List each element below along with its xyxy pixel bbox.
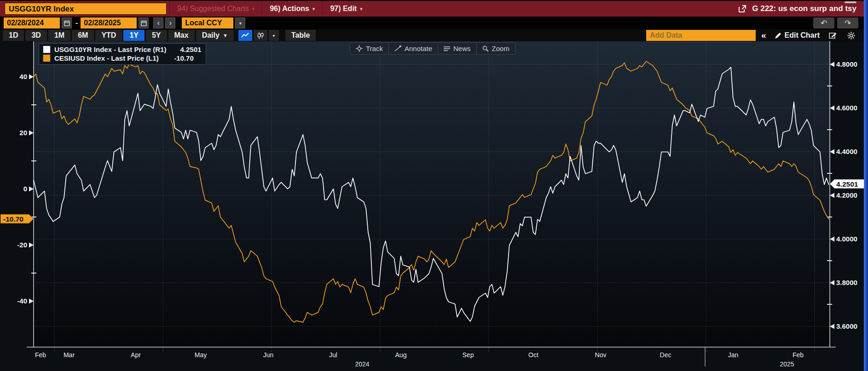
- legend-item-0[interactable]: USGG10YR Index - Last Price (R1)4.2501: [43, 46, 201, 53]
- svg-text:0: 0: [23, 185, 27, 193]
- edit-chart-label: Edit Chart: [785, 31, 820, 40]
- menu-actions[interactable]: 96) Actions ▾: [262, 1, 322, 17]
- collapse-panel-button[interactable]: «: [756, 29, 770, 41]
- chart-toolbar: 1D3D1M6MYTD1Y5YMax Daily ▼ ▾ Table « Edi…: [0, 29, 864, 41]
- tool-zoom-button[interactable]: Zoom: [476, 43, 515, 54]
- svg-text:4.8000: 4.8000: [836, 60, 857, 68]
- menu-edit[interactable]: 97) Edit ▾: [322, 1, 370, 17]
- menu-edit-label: 97) Edit: [330, 5, 357, 13]
- svg-text:2024: 2024: [355, 360, 369, 368]
- chevron-right-icon: ›: [169, 18, 172, 28]
- currency-select[interactable]: Local CCY: [182, 17, 233, 29]
- svg-text:Feb: Feb: [793, 351, 804, 359]
- range-button-6m[interactable]: 6M: [72, 30, 94, 41]
- right-last-value-badge: 4.2501: [830, 179, 868, 188]
- legend-label: CESIUSD Index - Last Price (L1): [54, 54, 159, 62]
- pencil-icon: [775, 32, 781, 39]
- tool-label: Annotate: [405, 45, 432, 52]
- chart-canvas[interactable]: 40200-20-404.80004.60004.40004.20004.000…: [0, 41, 868, 371]
- add-data-input[interactable]: [646, 30, 756, 41]
- next-period-button[interactable]: ›: [165, 17, 175, 29]
- svg-text:4.2501: 4.2501: [836, 180, 858, 188]
- chart-title: G 222: us econ surp and tsy: [752, 4, 856, 13]
- start-calendar-button[interactable]: [62, 17, 72, 29]
- svg-text:4.0000: 4.0000: [836, 235, 857, 243]
- chevron-down-icon: ▾: [239, 21, 242, 26]
- line-chart-type-button[interactable]: [238, 30, 252, 41]
- redo-button[interactable]: ↷: [837, 17, 858, 29]
- chevron-left-icon: ‹: [157, 18, 160, 28]
- tool-track-button[interactable]: Track: [350, 43, 388, 54]
- frequency-label: Daily: [202, 31, 220, 40]
- svg-text:Jan: Jan: [728, 351, 739, 359]
- svg-text:-10.70: -10.70: [3, 215, 23, 223]
- svg-text:Dec: Dec: [660, 351, 671, 359]
- svg-text:2025: 2025: [780, 360, 794, 368]
- svg-text:Oct: Oct: [528, 351, 538, 359]
- tool-annotate-button[interactable]: Annotate: [388, 43, 438, 54]
- settings-button[interactable]: [845, 29, 864, 41]
- gear-icon: [847, 32, 855, 40]
- svg-text:4.4000: 4.4000: [836, 148, 857, 155]
- title-bar: USGG10YR Index 94) Suggested Charts ▾ 96…: [0, 0, 864, 17]
- undo-icon: ↶: [821, 18, 827, 28]
- annotate-icon: [394, 46, 401, 51]
- chart-tools-bar: TrackAnnotateNewsZoom: [350, 42, 515, 55]
- window-grip[interactable]: [845, 1, 856, 3]
- legend-item-1[interactable]: CESIUSD Index - Last Price (L1)-10.70: [43, 54, 201, 62]
- table-button-label: Table: [291, 31, 310, 40]
- menu-suggested-charts[interactable]: 94) Suggested Charts ▾: [169, 1, 262, 17]
- candlestick-chart-type-button[interactable]: [254, 30, 267, 41]
- legend-swatch: [43, 46, 51, 53]
- chevron-down-icon: ▾: [312, 6, 315, 12]
- table-button[interactable]: Table: [285, 30, 316, 41]
- tool-label: Zoom: [492, 45, 509, 52]
- svg-text:4.6000: 4.6000: [836, 104, 857, 112]
- chevron-down-icon: ▼: [223, 33, 228, 38]
- range-button-max[interactable]: Max: [168, 30, 195, 41]
- end-date-field[interactable]: 02/28/2025: [81, 17, 137, 29]
- prev-period-button[interactable]: ‹: [153, 17, 163, 29]
- range-button-1y[interactable]: 1Y: [123, 30, 145, 41]
- menu-suggested-charts-label: 94) Suggested Charts: [177, 5, 249, 13]
- window-edge-scrollbar[interactable]: [864, 0, 868, 371]
- line-chart-icon: [241, 32, 249, 39]
- tool-label: Track: [366, 45, 383, 52]
- legend-value: -10.70: [163, 54, 194, 62]
- svg-text:Sep: Sep: [463, 351, 474, 359]
- start-date-field[interactable]: 02/28/2024: [4, 17, 60, 29]
- end-calendar-button[interactable]: [139, 17, 149, 29]
- range-button-3d[interactable]: 3D: [25, 30, 46, 41]
- range-button-1d[interactable]: 1D: [3, 30, 24, 41]
- legend-swatch: [43, 54, 51, 62]
- svg-text:-20: -20: [17, 241, 27, 249]
- tool-label: News: [453, 45, 471, 52]
- currency-dropdown-button[interactable]: ▾: [235, 17, 245, 29]
- svg-text:Mar: Mar: [64, 351, 75, 359]
- svg-text:40: 40: [19, 73, 27, 80]
- svg-text:May: May: [195, 351, 207, 359]
- chevron-down-icon: ▾: [360, 6, 363, 12]
- undo-button[interactable]: ↶: [813, 17, 834, 29]
- svg-text:Feb: Feb: [35, 351, 46, 359]
- menu-actions-label: 96) Actions: [270, 5, 309, 13]
- chart-annotation-settings-button[interactable]: [824, 29, 845, 41]
- svg-text:Jun: Jun: [263, 351, 274, 359]
- chart-plot-area[interactable]: [34, 41, 830, 347]
- redo-icon: ↷: [845, 18, 851, 28]
- range-button-1m[interactable]: 1M: [48, 30, 70, 41]
- legend-value: 4.2501: [171, 46, 201, 53]
- edit-chart-button[interactable]: Edit Chart: [770, 29, 824, 41]
- range-button-ytd[interactable]: YTD: [95, 30, 122, 41]
- chart-area: 40200-20-404.80004.60004.40004.20004.000…: [0, 41, 868, 371]
- svg-text:Nov: Nov: [595, 351, 607, 359]
- svg-text:Apr: Apr: [131, 351, 141, 359]
- chart-type-dropdown-button[interactable]: ▾: [269, 30, 279, 41]
- frequency-select[interactable]: Daily ▼: [196, 30, 234, 41]
- news-icon: [444, 46, 450, 51]
- export-icon[interactable]: [737, 4, 747, 14]
- tool-news-button[interactable]: News: [438, 43, 476, 54]
- zoom-icon: [482, 46, 489, 52]
- range-button-5y[interactable]: 5Y: [146, 30, 167, 41]
- ticker-input[interactable]: USGG10YR Index: [5, 3, 167, 15]
